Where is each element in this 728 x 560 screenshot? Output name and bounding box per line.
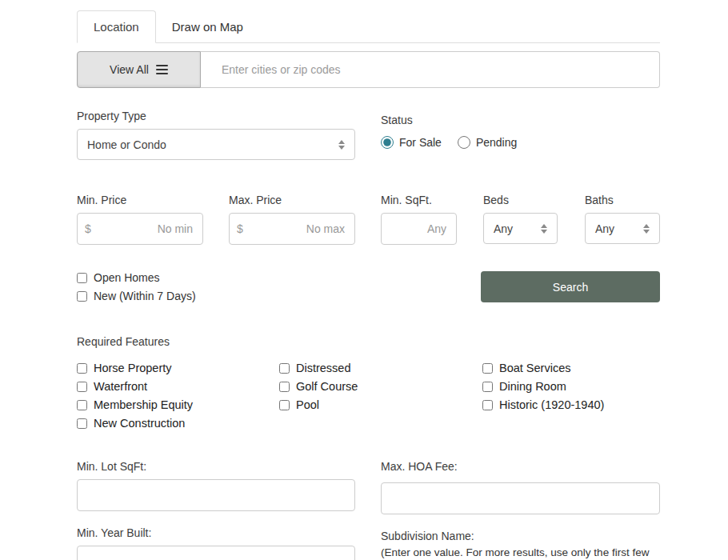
pending-label: Pending: [476, 136, 517, 149]
horse-property-label: Horse Property: [94, 362, 172, 374]
select-arrows-icon: [643, 224, 650, 234]
quick-filters-row: Open Homes New (Within 7 Days) Search: [77, 271, 660, 308]
open-homes-label: Open Homes: [94, 271, 159, 284]
baths-value: Any: [595, 222, 614, 235]
select-arrows-icon: [541, 224, 547, 234]
max-price-label: Max. Price: [229, 194, 355, 206]
waterfront-label: Waterfront: [94, 380, 147, 393]
feature-waterfront[interactable]: Waterfront: [77, 380, 279, 393]
min-lot-sqft-field: Min. Lot SqFt:: [77, 460, 355, 511]
beds-label: Beds: [483, 194, 558, 206]
dining-room-label: Dining Room: [499, 380, 566, 393]
dining-room-checkbox[interactable]: [482, 382, 493, 392]
type-status-row: Property Type Home or Condo Status For S…: [77, 110, 660, 160]
pool-label: Pool: [296, 398, 319, 411]
min-price-input[interactable]: [77, 213, 203, 245]
max-price-input[interactable]: [229, 213, 355, 245]
min-lot-sqft-input[interactable]: [77, 479, 355, 511]
open-homes-checkbox[interactable]: [77, 273, 87, 283]
distressed-checkbox[interactable]: [279, 363, 290, 374]
membership-equity-label: Membership Equity: [94, 398, 193, 411]
boat-services-checkbox[interactable]: [482, 363, 493, 374]
min-year-built-label: Min. Year Built:: [77, 526, 355, 539]
feature-pool[interactable]: Pool: [279, 398, 482, 411]
distressed-label: Distressed: [296, 362, 351, 374]
historic-label: Historic (1920-1940): [499, 398, 604, 411]
boat-services-label: Boat Services: [499, 362, 570, 374]
view-all-label: View All: [110, 63, 149, 76]
min-price-label: Min. Price: [77, 194, 203, 206]
golf-course-checkbox[interactable]: [279, 382, 290, 392]
status-option-for-sale[interactable]: For Sale: [381, 136, 442, 149]
search-form: Location Draw on Map View All Property T…: [77, 10, 660, 560]
status-label: Status: [381, 114, 660, 126]
select-arrows-icon: [338, 140, 345, 150]
pending-radio[interactable]: [458, 136, 470, 149]
beds-select[interactable]: Any: [483, 213, 558, 244]
golf-course-label: Golf Course: [296, 380, 358, 393]
property-type-label: Property Type: [77, 110, 355, 122]
new-construction-checkbox[interactable]: [77, 418, 87, 429]
min-year-built-field: Min. Year Built:: [77, 526, 355, 560]
feature-boat-services[interactable]: Boat Services: [482, 362, 604, 374]
extra-fields-row: Min. Lot SqFt: Min. Year Built: Max. HOA…: [77, 460, 660, 560]
required-features-section: Required Features Horse Property Waterfr…: [77, 335, 660, 435]
status-radio-group: For Sale Pending: [381, 136, 660, 149]
feature-historic[interactable]: Historic (1920-1940): [482, 398, 604, 411]
horse-property-checkbox[interactable]: [77, 363, 87, 374]
view-all-button[interactable]: View All: [77, 51, 201, 88]
for-sale-label: For Sale: [399, 136, 442, 149]
new-within-7-days-option[interactable]: New (Within 7 Days): [77, 290, 481, 302]
membership-equity-checkbox[interactable]: [77, 400, 87, 410]
waterfront-checkbox[interactable]: [77, 382, 87, 392]
location-search-bar: View All: [77, 51, 660, 88]
for-sale-radio[interactable]: [381, 136, 394, 149]
min-year-built-input[interactable]: [77, 546, 355, 560]
search-button[interactable]: Search: [481, 271, 660, 302]
property-type-value: Home or Condo: [87, 138, 166, 151]
new-within-7-days-label: New (Within 7 Days): [94, 290, 196, 302]
feature-dining-room[interactable]: Dining Room: [482, 380, 604, 393]
open-homes-option[interactable]: Open Homes: [77, 271, 481, 284]
tab-draw-on-map[interactable]: Draw on Map: [156, 11, 259, 42]
feature-golf-course[interactable]: Golf Course: [279, 380, 482, 393]
historic-checkbox[interactable]: [482, 400, 493, 410]
beds-value: Any: [494, 222, 513, 235]
max-hoa-fee-field: Max. HOA Fee:: [381, 460, 660, 514]
tab-location[interactable]: Location: [77, 10, 156, 43]
required-features-title: Required Features: [77, 335, 660, 348]
min-sqft-input[interactable]: [381, 213, 457, 245]
min-lot-sqft-label: Min. Lot SqFt:: [77, 460, 355, 473]
min-sqft-label: Min. SqFt.: [381, 194, 457, 206]
property-type-select[interactable]: Home or Condo: [77, 129, 355, 160]
city-zip-input[interactable]: [201, 51, 660, 88]
max-hoa-fee-label: Max. HOA Fee:: [381, 460, 660, 473]
tabs-bar: Location Draw on Map: [77, 10, 660, 43]
pool-checkbox[interactable]: [279, 400, 290, 410]
baths-label: Baths: [585, 194, 660, 206]
subdivision-hint: (Enter one value. For more results, use …: [381, 546, 657, 560]
feature-distressed[interactable]: Distressed: [279, 362, 482, 374]
price-filters-row: Min. Price $ Max. Price $ Min. SqFt. Bed…: [77, 194, 660, 245]
subdivision-label: Subdivision Name:: [381, 530, 660, 542]
feature-new-construction[interactable]: New Construction: [77, 417, 279, 430]
new-construction-label: New Construction: [94, 417, 185, 430]
subdivision-field: Subdivision Name: (Enter one value. For …: [381, 530, 660, 560]
feature-membership-equity[interactable]: Membership Equity: [77, 398, 279, 411]
new-within-7-days-checkbox[interactable]: [77, 291, 87, 302]
baths-select[interactable]: Any: [585, 213, 660, 244]
hamburger-menu-icon: [156, 62, 168, 77]
status-option-pending[interactable]: Pending: [458, 136, 517, 149]
max-hoa-fee-input[interactable]: [381, 482, 660, 514]
feature-horse-property[interactable]: Horse Property: [77, 362, 279, 374]
